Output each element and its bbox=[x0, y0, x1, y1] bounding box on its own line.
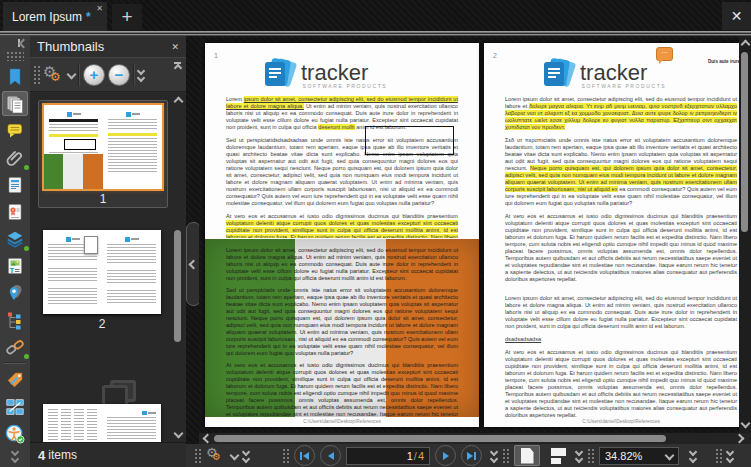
thumbnail-page-2[interactable]: 2 bbox=[38, 230, 166, 331]
document-tab[interactable]: Lorem Ipsum * ✕ bbox=[3, 2, 107, 31]
thumbnails-panel: Thumbnails ✕ ⚙ ⚙ + − bbox=[30, 36, 186, 467]
scroll-collapse-top-icon bbox=[174, 62, 181, 71]
sidebar-item-destinations[interactable] bbox=[2, 280, 28, 305]
single-page-view-button[interactable] bbox=[514, 445, 540, 466]
rail-grip[interactable] bbox=[6, 51, 24, 61]
new-tab-button[interactable]: + bbox=[112, 4, 142, 30]
vertical-scrollbar-thumb[interactable] bbox=[741, 52, 748, 232]
left-panel-rail: T bbox=[0, 36, 30, 467]
scroll-down-icon bbox=[174, 429, 184, 439]
sidebar-item-attachments[interactable] bbox=[2, 145, 28, 170]
sidebar-item-order[interactable] bbox=[2, 307, 28, 332]
sidebar-item-comments[interactable] bbox=[2, 118, 28, 143]
toolbar-grip[interactable] bbox=[587, 448, 594, 464]
accessibility-icon bbox=[5, 424, 25, 444]
toolbar-grip[interactable] bbox=[33, 65, 40, 85]
toolbar-expand-icon[interactable] bbox=[243, 449, 249, 462]
paragraph: Σεδ υτ περσπιciatis unde omnis iste natu… bbox=[505, 137, 737, 207]
svg-text:tracker: tracker bbox=[580, 60, 647, 85]
sidebar-item-layers[interactable] bbox=[2, 226, 28, 251]
thumbnail-page-1[interactable]: 1 bbox=[38, 100, 168, 208]
toolbar-grip[interactable] bbox=[715, 448, 722, 464]
toolbar-grip[interactable] bbox=[194, 448, 201, 464]
thumbnail-scrollbar[interactable] bbox=[172, 94, 184, 441]
sidebar-item-thumbnails[interactable] bbox=[2, 91, 28, 116]
first-page-button[interactable] bbox=[294, 445, 315, 466]
panel-close-icon[interactable]: ✕ bbox=[171, 42, 179, 52]
page-number-field[interactable]: 1/4 bbox=[346, 447, 430, 465]
sidebar-item-bookmarks[interactable] bbox=[2, 64, 28, 89]
thumbnail-page-3[interactable] bbox=[38, 404, 166, 443]
sidebar-item-content[interactable]: T bbox=[2, 253, 28, 278]
signature-icon bbox=[5, 202, 25, 222]
panel-status-bar: 4 items bbox=[30, 442, 186, 467]
sidebar-item-fields[interactable] bbox=[2, 172, 28, 197]
sidebar-item-tags[interactable] bbox=[2, 367, 28, 392]
options-dropdown-icon[interactable] bbox=[67, 70, 77, 80]
page-1: 1 tracker SOFTWARE PRODUCTS Lorem ipsum … bbox=[205, 43, 479, 427]
page-number-label: 1 bbox=[214, 52, 218, 59]
svg-text:T: T bbox=[10, 266, 15, 273]
rail-expand-icon[interactable] bbox=[12, 449, 18, 462]
paragraph: At vero eos et accusamus et iusto odio d… bbox=[505, 349, 737, 418]
thumbnail-scrollbar-thumb[interactable] bbox=[174, 230, 181, 342]
paperclip-icon bbox=[5, 148, 25, 168]
pages-watermark-icon bbox=[102, 380, 136, 406]
panel-toolbar-expand-icon[interactable] bbox=[138, 68, 144, 81]
options-dropdown-icon[interactable] bbox=[230, 451, 240, 461]
paragraph: Lorem ipsum dolor sit amet, consectetur … bbox=[505, 295, 737, 330]
layers-badge bbox=[24, 246, 29, 251]
thumbnail-zoom-in-button[interactable]: + bbox=[83, 64, 105, 86]
scroll-up-icon bbox=[174, 97, 184, 107]
page-number-label: 2 bbox=[493, 52, 497, 59]
thumb-flag-image bbox=[44, 154, 103, 189]
svg-text:SOFTWARE PRODUCTS: SOFTWARE PRODUCTS bbox=[582, 83, 667, 89]
last-page-button[interactable] bbox=[461, 445, 482, 466]
tree-icon bbox=[5, 310, 25, 330]
vertical-scrollbar[interactable] bbox=[739, 36, 751, 433]
sidebar-item-accessibility[interactable] bbox=[2, 421, 28, 446]
sidebar-item-zorder[interactable] bbox=[2, 394, 28, 419]
toolbar-grip[interactable] bbox=[502, 448, 509, 464]
next-page-button[interactable] bbox=[435, 445, 456, 466]
map-pin-icon bbox=[5, 283, 25, 303]
rectangle-annotation bbox=[365, 126, 454, 155]
view-options-button[interactable]: ⚙ ⚙ bbox=[206, 446, 226, 466]
gear-orange-icon: ⚙ bbox=[50, 70, 61, 84]
sidebar-item-signatures[interactable] bbox=[2, 199, 28, 224]
thumbnail-label: 1 bbox=[39, 192, 167, 206]
facing-pages-view-button[interactable] bbox=[545, 445, 571, 466]
sidebar-item-links[interactable] bbox=[2, 334, 28, 359]
document-viewport: 1 tracker SOFTWARE PRODUCTS Lorem ipsum … bbox=[199, 36, 751, 433]
page-2-text: Lorem ipsum dolor sit amet, consectetur … bbox=[484, 96, 751, 418]
panel-collapse-icon[interactable] bbox=[18, 38, 27, 48]
scroll-left-icon bbox=[203, 434, 213, 444]
bookmark-icon bbox=[5, 67, 25, 87]
zoom-expand-icon[interactable] bbox=[690, 449, 696, 462]
toolbar-grip[interactable] bbox=[282, 448, 289, 464]
thumbnail-zoom-out-button[interactable]: − bbox=[108, 64, 130, 86]
item-count: 4 bbox=[38, 448, 45, 463]
tracker-logo: tracker SOFTWARE PRODUCTS bbox=[263, 56, 421, 92]
item-count-suffix: items bbox=[48, 448, 77, 462]
zoom-level-dropdown[interactable]: 34.82% bbox=[599, 447, 679, 465]
sticky-note-icon[interactable]: ⋯ bbox=[656, 47, 673, 61]
layout-expand-icon[interactable] bbox=[576, 449, 582, 462]
comment-icon bbox=[5, 121, 25, 141]
panel-toolbar: ⚙ ⚙ + − bbox=[30, 57, 186, 92]
scroll-up-icon bbox=[740, 40, 750, 50]
horizontal-scrollbar[interactable] bbox=[199, 433, 751, 444]
thumbnail-list: 1 2 bbox=[30, 92, 186, 443]
page-footer-path: C:\Users\daniel\Desktop\References bbox=[484, 419, 751, 424]
window-close-button[interactable]: ✕ bbox=[722, 2, 751, 30]
panel-options-button[interactable]: ⚙ ⚙ bbox=[43, 64, 65, 86]
paragraph: Sed ut perspiciatis unde omnis iste natu… bbox=[226, 287, 458, 357]
paragraph: At vero eos et accusamus et iusto odio d… bbox=[226, 362, 458, 417]
flag-image: Lorem ipsum dolor sit amet, consectetur … bbox=[205, 239, 479, 417]
horizontal-scrollbar-thumb[interactable] bbox=[214, 435, 666, 442]
tab-close-icon[interactable]: ✕ bbox=[96, 4, 103, 13]
svg-text:SOFTWARE PRODUCTS: SOFTWARE PRODUCTS bbox=[303, 83, 388, 89]
nav-expand-icon[interactable] bbox=[491, 449, 497, 462]
toolbar-expand-icon[interactable] bbox=[727, 449, 733, 462]
previous-page-button[interactable] bbox=[320, 445, 341, 466]
